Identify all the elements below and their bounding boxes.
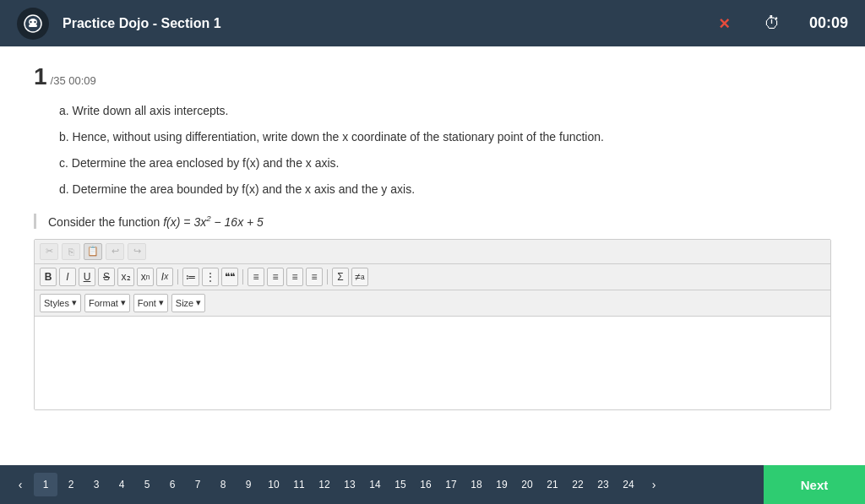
page-17-button[interactable]: 17 xyxy=(439,473,463,496)
page-18-button[interactable]: 18 xyxy=(465,473,488,496)
styles-dropdown-arrow: ▾ xyxy=(72,297,77,308)
svg-rect-2 xyxy=(29,24,37,27)
page-3-button[interactable]: 3 xyxy=(84,473,108,496)
editor-toolbar-top: ✂ ⎘ 📋 ↩ ↪ xyxy=(35,240,830,264)
align-justify-button[interactable]: ≡ xyxy=(306,268,323,286)
font-dropdown-arrow: ▾ xyxy=(159,297,164,308)
ninja-icon xyxy=(23,14,43,34)
subscript-button[interactable]: x₂ xyxy=(117,268,134,286)
strikethrough-button[interactable]: S xyxy=(98,268,115,286)
question-header: 1 /35 00:09 xyxy=(34,63,831,90)
page-12-button[interactable]: 12 xyxy=(313,473,336,496)
svg-point-4 xyxy=(34,20,35,22)
question-part-d: d. Determine the area bounded by f(x) an… xyxy=(59,181,831,198)
page-6-button[interactable]: 6 xyxy=(160,473,184,496)
italic-button[interactable]: I xyxy=(59,268,76,286)
page-23-button[interactable]: 23 xyxy=(591,473,615,496)
font-dropdown-label: Font xyxy=(138,298,156,308)
question-part-c: c. Determine the area enclosed by f(x) a… xyxy=(59,154,831,172)
superscript-button[interactable]: xn xyxy=(137,268,154,286)
redo-icon[interactable]: ↪ xyxy=(128,243,146,260)
format-dropdown-arrow: ▾ xyxy=(121,297,126,308)
size-dropdown-label: Size xyxy=(176,298,193,308)
page-1-button[interactable]: 1 xyxy=(34,473,57,496)
question-part-a: a. Write down all axis intercepts. xyxy=(59,102,831,120)
question-part-b: b. Hence, without using differentiation,… xyxy=(59,128,831,146)
page-16-button[interactable]: 16 xyxy=(414,473,438,496)
reset-timer-icon[interactable]: ⏱ xyxy=(764,14,781,33)
app-logo xyxy=(17,8,49,40)
question-number: 1 xyxy=(34,63,47,90)
page-10-button[interactable]: 10 xyxy=(262,473,286,496)
page-2-button[interactable]: 2 xyxy=(59,473,83,496)
align-right-button[interactable]: ≡ xyxy=(286,268,303,286)
insert-unordered-list-button[interactable]: ⋮ xyxy=(202,268,219,286)
styles-dropdown[interactable]: Styles ▾ xyxy=(40,294,81,312)
toolbar-separator-1 xyxy=(177,269,178,285)
main-content: 1 /35 00:09 a. Write down all axis inter… xyxy=(0,46,865,465)
next-button[interactable]: Next xyxy=(764,465,865,504)
page-8-button[interactable]: 8 xyxy=(211,473,235,496)
prev-page-button[interactable]: ‹ xyxy=(8,473,32,496)
page-20-button[interactable]: 20 xyxy=(515,473,539,496)
pagination-area: ‹ 1 2 3 4 5 6 7 8 9 10 11 12 13 14 15 16… xyxy=(0,473,764,496)
styles-dropdown-label: Styles xyxy=(44,298,69,308)
timer-display: 00:09 xyxy=(797,14,848,32)
footer: ‹ 1 2 3 4 5 6 7 8 9 10 11 12 13 14 15 16… xyxy=(0,465,865,504)
insert-math-button[interactable]: ≠a xyxy=(351,268,368,286)
blockquote-button[interactable]: ❝❝ xyxy=(221,268,238,286)
rich-text-editor: ✂ ⎘ 📋 ↩ ↪ B I U S x₂ xn Ix ≔ ⋮ ❝❝ ≡ ≡ ≡ … xyxy=(34,239,831,410)
page-14-button[interactable]: 14 xyxy=(363,473,387,496)
page-22-button[interactable]: 22 xyxy=(566,473,590,496)
page-4-button[interactable]: 4 xyxy=(110,473,133,496)
page-19-button[interactable]: 19 xyxy=(490,473,514,496)
close-icon[interactable]: × xyxy=(719,13,730,35)
page-15-button[interactable]: 15 xyxy=(389,473,412,496)
paste-icon[interactable]: 📋 xyxy=(84,243,102,260)
size-dropdown[interactable]: Size ▾ xyxy=(171,294,205,312)
page-11-button[interactable]: 11 xyxy=(287,473,311,496)
page-7-button[interactable]: 7 xyxy=(186,473,209,496)
page-13-button[interactable]: 13 xyxy=(338,473,362,496)
toolbar-separator-3 xyxy=(327,269,328,285)
page-9-button[interactable]: 9 xyxy=(237,473,260,496)
font-dropdown[interactable]: Font ▾ xyxy=(133,294,168,312)
align-center-button[interactable]: ≡ xyxy=(267,268,284,286)
bold-button[interactable]: B xyxy=(40,268,57,286)
editor-body[interactable] xyxy=(35,317,830,409)
insert-ordered-list-button[interactable]: ≔ xyxy=(182,268,199,286)
underline-button[interactable]: U xyxy=(79,268,95,286)
size-dropdown-arrow: ▾ xyxy=(196,297,201,308)
editor-toolbar-dropdowns: Styles ▾ Format ▾ Font ▾ Size ▾ xyxy=(35,290,830,317)
question-parts: a. Write down all axis intercepts. b. He… xyxy=(59,102,831,198)
clear-format-button[interactable]: Ix xyxy=(156,268,173,286)
svg-point-3 xyxy=(30,20,31,22)
format-dropdown-label: Format xyxy=(89,298,118,308)
insert-special-char-button[interactable]: Σ xyxy=(332,268,349,286)
function-context: Consider the function f(x) = 3x2 − 16x +… xyxy=(34,214,831,229)
page-24-button[interactable]: 24 xyxy=(617,473,640,496)
page-title: Practice Dojo - Section 1 xyxy=(63,16,719,31)
question-meta: /35 00:09 xyxy=(51,74,96,87)
next-page-button[interactable]: › xyxy=(642,473,666,496)
copy-icon[interactable]: ⎘ xyxy=(62,243,80,260)
align-left-button[interactable]: ≡ xyxy=(248,268,264,286)
page-5-button[interactable]: 5 xyxy=(135,473,159,496)
editor-toolbar-main: B I U S x₂ xn Ix ≔ ⋮ ❝❝ ≡ ≡ ≡ ≡ Σ ≠a xyxy=(35,264,830,290)
toolbar-separator-2 xyxy=(242,269,243,285)
format-dropdown[interactable]: Format ▾ xyxy=(84,294,130,312)
app-header: Practice Dojo - Section 1 × ⏱ 00:09 xyxy=(0,0,865,46)
cut-icon[interactable]: ✂ xyxy=(40,243,58,260)
undo-icon[interactable]: ↩ xyxy=(106,243,124,260)
page-21-button[interactable]: 21 xyxy=(541,473,564,496)
